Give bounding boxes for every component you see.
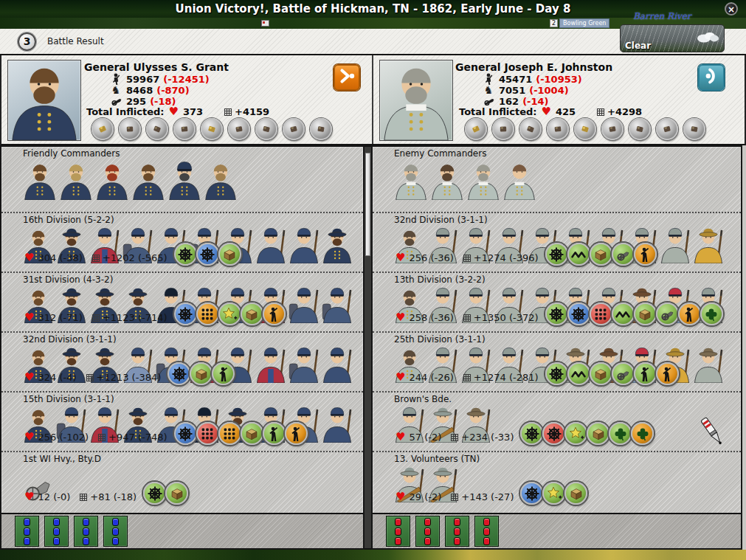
box-badge-icon bbox=[634, 303, 657, 325]
kills-value: +1350 (-372) bbox=[474, 312, 539, 323]
unit-portrait[interactable] bbox=[322, 286, 353, 323]
unit-portrait[interactable] bbox=[289, 227, 320, 263]
commander-portrait[interactable] bbox=[394, 160, 428, 200]
division-name: Brown's Bde. bbox=[373, 393, 741, 404]
close-button[interactable]: × bbox=[725, 2, 738, 15]
commander-portraits bbox=[1, 159, 363, 200]
general-portrait[interactable] bbox=[7, 60, 81, 141]
clover-badge-icon bbox=[631, 422, 654, 445]
zigzag-badge-icon bbox=[567, 362, 590, 385]
unit-portrait[interactable] bbox=[660, 227, 691, 263]
formation-marker[interactable] bbox=[103, 516, 128, 547]
division-name: 15th Division (3-1-1) bbox=[1, 393, 363, 404]
commander-portrait[interactable] bbox=[23, 160, 57, 200]
medal-row bbox=[91, 118, 332, 140]
strength-pill bbox=[395, 537, 401, 545]
division-badges bbox=[521, 482, 587, 505]
hits-value: 29 (-2) bbox=[409, 491, 441, 502]
kills-icon bbox=[91, 314, 100, 322]
soldier-badge-icon bbox=[212, 362, 235, 385]
box-badge-icon bbox=[590, 243, 612, 266]
strength-pill bbox=[83, 528, 89, 536]
formation-marker[interactable] bbox=[474, 516, 499, 547]
scrollbar-thumb[interactable] bbox=[365, 153, 370, 256]
formation-marker[interactable] bbox=[386, 516, 410, 547]
formation-marker[interactable] bbox=[44, 516, 69, 547]
medal-row bbox=[465, 118, 705, 140]
general-strength-stats: 45471 (-10953) ♞ 7051 (-1004) 162 (-14) bbox=[482, 74, 582, 106]
cannon-badge-icon bbox=[656, 303, 679, 325]
commander-portrait[interactable] bbox=[466, 160, 500, 200]
division-stats: ♥12 (-0)+81 (-18) bbox=[24, 485, 188, 508]
division-stats: ♥258 (-36)+1350 (-372) bbox=[396, 306, 723, 329]
unit-portrait[interactable] bbox=[693, 346, 724, 383]
unit-portrait[interactable] bbox=[289, 346, 320, 383]
unit-portrait[interactable] bbox=[693, 227, 724, 263]
enemy-forces-panel: Enemy Commanders 32nd Division (3-1-1)♥2… bbox=[371, 145, 742, 550]
wheel-badge-icon bbox=[542, 422, 565, 445]
wheel-badge-icon bbox=[196, 243, 219, 266]
kills-icon bbox=[91, 254, 100, 263]
kills-value: +947 (-748) bbox=[108, 432, 167, 443]
division-stats: ♥304 (-38)+1202 (-565) bbox=[24, 246, 241, 269]
unit-portrait[interactable] bbox=[322, 346, 353, 383]
unit-portrait[interactable] bbox=[255, 227, 286, 263]
attacker-arrow-icon bbox=[336, 66, 357, 89]
unit-portrait[interactable] bbox=[289, 286, 320, 323]
division-name: 25th Division (3-1-1) bbox=[373, 333, 741, 345]
soldier-badge-icon bbox=[634, 362, 657, 385]
cloud-icon bbox=[694, 30, 719, 46]
formation-strip bbox=[1, 513, 363, 548]
wheel-badge-icon bbox=[545, 243, 568, 266]
kills-icon bbox=[450, 433, 459, 442]
kills-value: +1123 (-714) bbox=[103, 312, 167, 323]
hits-icon: ♥ bbox=[24, 432, 34, 443]
general-name: General Joseph E. Johnston bbox=[455, 61, 612, 73]
unit-portrait[interactable] bbox=[322, 406, 353, 443]
star-badge-icon bbox=[218, 303, 241, 325]
box-badge-icon bbox=[218, 243, 241, 266]
unit-portrait[interactable] bbox=[255, 346, 286, 383]
hits-value: 256 (-36) bbox=[409, 252, 453, 263]
commander-portrait[interactable] bbox=[204, 160, 238, 200]
hits-value: 312 (-71) bbox=[38, 312, 82, 323]
commander-portrait[interactable] bbox=[95, 160, 129, 200]
division-stats: ♥57 (-2)+234 (-33) bbox=[396, 426, 654, 449]
map-background-bottom bbox=[0, 550, 746, 560]
cavalry-icon: ♞ bbox=[109, 84, 122, 96]
division-badges bbox=[521, 422, 654, 445]
commander-portrait[interactable] bbox=[502, 160, 536, 200]
strength-pill bbox=[112, 518, 119, 526]
defender-button[interactable] bbox=[698, 64, 725, 91]
formation-marker[interactable] bbox=[15, 516, 39, 547]
commanders-label: Enemy Commanders bbox=[373, 147, 741, 159]
commander-portrait[interactable] bbox=[59, 160, 93, 200]
formation-marker[interactable] bbox=[74, 516, 98, 547]
general-portrait[interactable] bbox=[379, 60, 453, 141]
kills-value: +1274 (-281) bbox=[474, 372, 539, 383]
hits-value: 324 (-4) bbox=[38, 372, 76, 383]
division-name: 32nd Division (3-1-1) bbox=[373, 213, 741, 225]
division-badges bbox=[546, 303, 723, 325]
strength-pill bbox=[395, 518, 401, 526]
scrollbar[interactable] bbox=[365, 145, 371, 550]
division-section: 16th Division (5-2-2)♥304 (-38)+1202 (-5… bbox=[1, 212, 363, 272]
close-icon: × bbox=[728, 4, 735, 15]
wheel-badge-icon bbox=[143, 482, 166, 505]
attacker-button[interactable] bbox=[334, 64, 360, 91]
kills-icon bbox=[97, 433, 106, 442]
formation-marker[interactable] bbox=[445, 516, 469, 547]
commander-portrait[interactable] bbox=[167, 160, 201, 200]
unit-portrait[interactable] bbox=[322, 227, 353, 263]
division-stats: ♥244 (-26)+1274 (-281) bbox=[396, 366, 679, 389]
town-number-badge: 2 bbox=[550, 19, 558, 27]
commander-portrait[interactable] bbox=[131, 160, 165, 200]
commander-portrait[interactable] bbox=[430, 160, 464, 200]
formation-marker[interactable] bbox=[415, 516, 440, 547]
hits-value: 57 (-2) bbox=[409, 432, 441, 443]
hits-icon: ♥ bbox=[541, 106, 550, 117]
formation-strip bbox=[373, 513, 741, 548]
battle-medal-icon bbox=[683, 118, 705, 140]
hits-icon: ♥ bbox=[396, 252, 405, 263]
general-name: General Ulysses S. Grant bbox=[84, 61, 229, 73]
